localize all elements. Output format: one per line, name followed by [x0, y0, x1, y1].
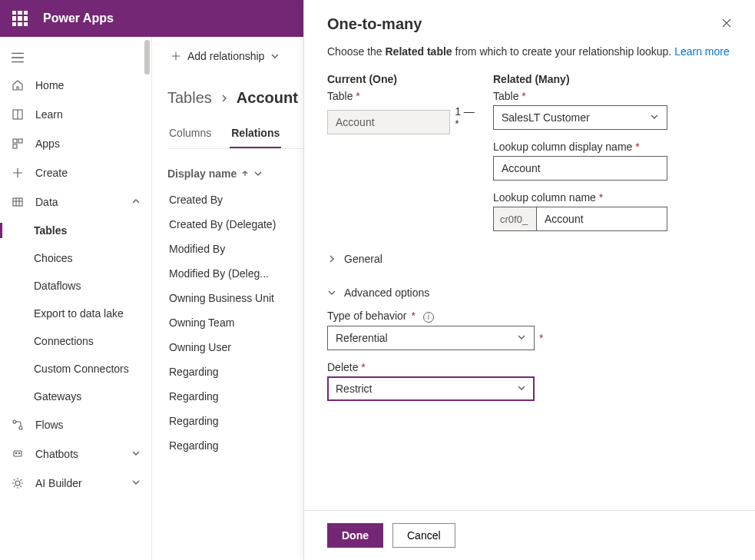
related-table-select[interactable]: SalesLT Customer — [493, 105, 667, 130]
related-table-label: Table — [493, 90, 732, 102]
nav-label: AI Builder — [35, 477, 82, 489]
nav-label: Create — [35, 167, 68, 179]
panel-footer: Done Cancel — [304, 510, 755, 560]
behavior-label: Type of behavior* i — [327, 310, 732, 323]
nav-choices[interactable]: Choices — [0, 244, 151, 272]
nav-label: Choices — [34, 252, 73, 264]
svg-point-9 — [18, 452, 20, 454]
current-one-heading: Current (One) — [327, 73, 481, 85]
chevron-down-icon — [517, 383, 526, 395]
behavior-select[interactable]: Referential — [327, 326, 535, 350]
current-table-label: Table — [327, 90, 481, 102]
svg-point-10 — [15, 481, 20, 485]
nav-label: Export to data lake — [34, 307, 124, 320]
crumb-current: Account — [237, 89, 298, 107]
svg-rect-2 — [18, 139, 22, 143]
nav-chatbots[interactable]: Chatbots — [0, 439, 151, 469]
nav-tables[interactable]: Tables — [0, 217, 151, 244]
close-button[interactable] — [721, 18, 732, 31]
panel-description: Choose the Related table from which to c… — [327, 45, 732, 58]
nav-data[interactable]: Data — [0, 187, 151, 217]
nav-label: Gateways — [34, 390, 81, 403]
scrollbar-thumb[interactable] — [144, 40, 150, 75]
plus-icon — [11, 166, 25, 180]
nav-gateways[interactable]: Gateways — [0, 383, 151, 410]
nav-label: Chatbots — [35, 448, 78, 460]
plus-icon — [171, 51, 181, 61]
chevron-down-icon — [327, 288, 336, 297]
learn-more-link[interactable]: Learn more — [674, 45, 730, 58]
nav-collapse-button[interactable] — [0, 45, 151, 71]
delete-label: Delete — [327, 361, 732, 373]
nav-label: Apps — [35, 138, 60, 150]
col-head-label: Display name — [167, 167, 237, 180]
svg-rect-7 — [14, 451, 22, 456]
chevron-down-icon — [270, 51, 280, 61]
related-many-heading: Related (Many) — [493, 73, 732, 85]
nav-label: Custom Connectors — [34, 363, 129, 375]
cancel-button[interactable]: Cancel — [392, 523, 455, 548]
chevron-down-icon — [131, 448, 141, 460]
chevron-up-icon — [131, 196, 141, 208]
crumb-root[interactable]: Tables — [167, 89, 212, 107]
nav-connections[interactable]: Connections — [0, 327, 151, 355]
chevron-down-icon — [131, 477, 141, 489]
current-table-field: Account — [327, 110, 450, 134]
nav-create[interactable]: Create — [0, 158, 151, 187]
nav-dataflows[interactable]: Dataflows — [0, 272, 151, 300]
lookup-name-prefix: cr0f0_ — [493, 207, 536, 231]
nav-custom-connectors[interactable]: Custom Connectors — [0, 355, 151, 383]
add-relationship-button[interactable]: Add relationship — [167, 45, 283, 67]
chevron-down-icon — [650, 111, 659, 124]
apps-icon — [11, 137, 25, 151]
app-title: Power Apps — [43, 12, 114, 25]
lookup-display-label: Lookup column display name — [493, 141, 732, 153]
nav-home[interactable]: Home — [0, 71, 151, 100]
flow-icon — [11, 418, 25, 432]
nav-apps[interactable]: Apps — [0, 129, 151, 158]
hamburger-icon — [11, 51, 25, 65]
svg-point-5 — [13, 420, 16, 423]
flyout-panel: One-to-many Choose the Related table fro… — [303, 0, 755, 560]
left-nav: Home Learn Apps Create Data Tables Choic… — [0, 37, 152, 560]
delete-select[interactable]: Restrict — [327, 376, 535, 401]
tab-columns[interactable]: Columns — [167, 121, 213, 148]
panel-title: One-to-many — [327, 15, 422, 33]
chevron-down-icon — [517, 332, 526, 344]
svg-point-6 — [19, 426, 22, 429]
lookup-name-input[interactable]: Account — [536, 207, 667, 231]
chevron-right-icon — [327, 254, 336, 263]
advanced-section-toggle[interactable]: Advanced options — [327, 287, 732, 299]
info-icon[interactable]: i — [423, 312, 434, 323]
sort-up-icon — [241, 170, 249, 177]
nav-label: Data — [35, 196, 58, 208]
general-section-toggle[interactable]: General — [327, 253, 732, 265]
svg-rect-3 — [13, 144, 17, 148]
done-button[interactable]: Done — [327, 523, 383, 548]
nav-ai-builder[interactable]: AI Builder — [0, 469, 151, 498]
nav-label: Dataflows — [34, 280, 81, 292]
waffle-icon[interactable] — [12, 11, 28, 26]
nav-label: Home — [35, 79, 64, 91]
add-label: Add relationship — [187, 50, 264, 62]
tab-relations[interactable]: Relations — [230, 121, 281, 148]
table-icon — [11, 195, 25, 209]
nav-label: Flows — [35, 419, 64, 431]
nav-label: Learn — [35, 108, 63, 121]
home-icon — [11, 78, 25, 92]
nav-flows[interactable]: Flows — [0, 410, 151, 439]
book-icon — [11, 108, 25, 121]
nav-learn[interactable]: Learn — [0, 100, 151, 129]
svg-rect-1 — [13, 139, 17, 143]
lookup-name-label: Lookup column name — [493, 191, 732, 204]
svg-rect-4 — [13, 198, 22, 206]
nav-label: Connections — [34, 335, 94, 347]
lookup-display-input[interactable]: Account — [493, 156, 667, 181]
cardinality-label: 1 — * — [455, 105, 481, 134]
close-icon — [721, 18, 732, 28]
chevron-down-icon — [253, 169, 263, 178]
chevron-right-icon — [220, 94, 229, 103]
ai-icon — [11, 476, 25, 490]
nav-label: Tables — [34, 224, 67, 237]
nav-export-lake[interactable]: Export to data lake — [0, 300, 151, 327]
